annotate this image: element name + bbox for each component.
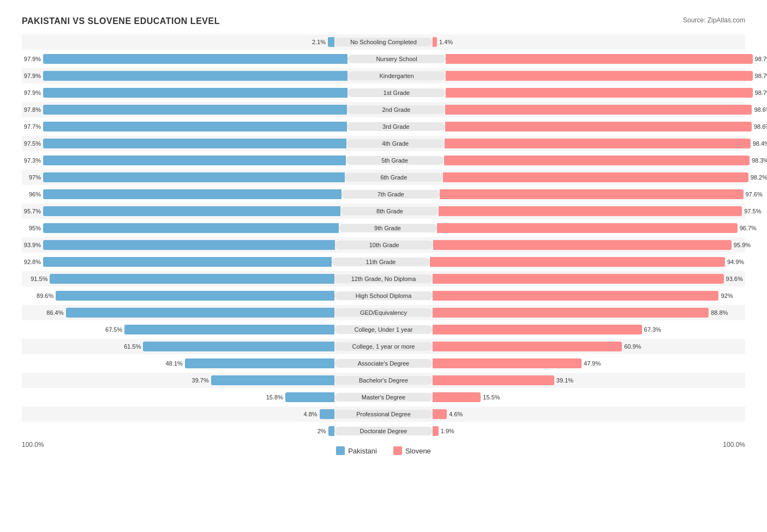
bar-label-left: 15.8% — [264, 394, 283, 401]
bar-label-left: 39.7% — [190, 377, 209, 384]
legend: Pakistani Slovene — [336, 446, 431, 455]
bar-pink — [433, 375, 554, 385]
bar-label-left: 61.5% — [122, 343, 141, 350]
center-label: College, 1 year or more — [334, 342, 433, 351]
bar-label-left: 97.7% — [22, 123, 41, 130]
bar-layout: 97.3% 5th Grade 98.3% — [22, 153, 745, 168]
center-label: 3rd Grade — [347, 122, 445, 131]
bar-label-left: 95% — [22, 225, 41, 231]
bar-label-right: 47.9% — [584, 360, 603, 367]
bar-blue — [66, 308, 334, 318]
chart-title: PAKISTANI VS SLOVENE EDUCATION LEVEL — [22, 16, 220, 26]
right-side: 47.9% — [433, 356, 745, 370]
bar-row: 97.9% 1st Grade 98.7% — [22, 85, 745, 100]
bar-pink — [433, 409, 447, 419]
bar-layout: 15.8% Master's Degree 15.5% — [22, 390, 745, 404]
center-label: 5th Grade — [346, 156, 444, 165]
bar-label-left: 96% — [22, 191, 41, 198]
left-side: 97.9% — [22, 52, 347, 66]
left-side: 93.9% — [22, 238, 335, 252]
bar-layout: 97.9% Nursery School 98.7% — [22, 52, 745, 66]
right-side: 15.5% — [433, 390, 745, 404]
right-side: 60.9% — [433, 339, 745, 354]
left-side: 48.1% — [22, 356, 334, 370]
bar-blue — [124, 325, 334, 334]
left-side: 95.7% — [22, 204, 340, 218]
bar-label-right: 98.6% — [754, 106, 767, 113]
bar-label-right: 1.4% — [439, 39, 458, 45]
bar-row: 95.7% 8th Grade 97.5% — [22, 204, 745, 219]
bar-layout: 86.4% GED/Equivalency 88.8% — [22, 306, 745, 320]
bar-row: 2.1% No Schooling Completed 1.4% — [22, 34, 745, 50]
bar-pink — [430, 257, 725, 267]
center-label: Doctorate Degree — [334, 427, 433, 435]
center-label: 1st Grade — [347, 88, 446, 97]
legend-box-blue — [336, 446, 345, 455]
bar-layout: 2.1% No Schooling Completed 1.4% — [22, 35, 745, 49]
bar-label-left: 2.1% — [307, 39, 326, 45]
bar-label-right: 94.9% — [727, 259, 746, 265]
bar-label-left: 97.3% — [22, 157, 41, 164]
left-side: 95% — [22, 221, 339, 235]
center-label: Bachelor's Degree — [334, 376, 433, 385]
bar-label-right: 4.6% — [449, 411, 468, 417]
bar-row: 97.8% 2nd Grade 98.6% — [22, 102, 745, 117]
bar-pink — [433, 240, 732, 250]
bar-label-right: 1.9% — [441, 428, 460, 434]
center-label: No Schooling Completed — [334, 38, 433, 46]
bar-row: 61.5% College, 1 year or more 60.9% — [22, 339, 745, 354]
bar-row: 93.9% 10th Grade 95.9% — [22, 237, 745, 253]
center-label: High School Diploma — [334, 291, 433, 300]
bar-row: 48.1% Associate's Degree 47.9% — [22, 356, 745, 371]
left-side: 97.8% — [22, 103, 347, 117]
bar-row: 2% Doctorate Degree 1.9% — [22, 423, 745, 439]
bar-blue — [43, 88, 347, 98]
center-label: 7th Grade — [341, 190, 440, 199]
bar-label-right: 95.9% — [734, 242, 753, 248]
bar-pink — [433, 426, 439, 436]
bar-blue — [43, 54, 347, 64]
bar-pink — [433, 392, 481, 402]
bar-label-right: 67.3% — [644, 326, 663, 333]
right-side: 98.7% — [446, 86, 767, 100]
left-side: 97.9% — [22, 69, 347, 83]
bar-blue — [43, 139, 346, 148]
right-side: 98.2% — [443, 170, 767, 184]
bar-layout: 97.5% 4th Grade 98.4% — [22, 136, 745, 151]
bar-layout: 95% 9th Grade 96.7% — [22, 221, 745, 235]
bar-label-right: 60.9% — [624, 343, 643, 350]
right-side: 98.6% — [445, 103, 767, 117]
bar-blue — [143, 342, 334, 351]
right-side: 97.6% — [440, 187, 764, 201]
bar-row: 97.3% 5th Grade 98.3% — [22, 153, 745, 168]
center-label: Professional Degree — [334, 410, 433, 419]
bar-layout: 92.8% 11th Grade 94.9% — [22, 255, 745, 269]
bar-blue — [43, 240, 335, 250]
bar-pink — [433, 37, 437, 47]
bar-layout: 89.6% High School Diploma 92% — [22, 289, 745, 303]
left-side: 97% — [22, 170, 345, 184]
bar-layout: 97% 6th Grade 98.2% — [22, 170, 745, 184]
bar-label-left: 97.9% — [22, 89, 41, 96]
bar-blue — [320, 409, 334, 419]
bar-blue — [43, 172, 345, 182]
bar-row: 67.5% College, Under 1 year 67.3% — [22, 322, 745, 337]
bar-pink — [446, 54, 753, 64]
bar-label-left: 97% — [22, 174, 41, 181]
right-side: 1.9% — [433, 424, 745, 438]
chart-source: Source: ZipAtlas.com — [683, 16, 745, 24]
bar-label-right: 98.3% — [752, 157, 767, 164]
bar-layout: 97.9% Kindergarten 98.7% — [22, 69, 745, 83]
right-side: 98.3% — [444, 153, 767, 168]
footer-labels: 100.0% Pakistani Slovene 100.0% — [22, 441, 745, 455]
bar-label-right: 97.6% — [746, 191, 765, 198]
center-label: Associate's Degree — [334, 359, 433, 368]
legend-box-pink — [393, 446, 402, 455]
chart-header: PAKISTANI VS SLOVENE EDUCATION LEVEL Sou… — [22, 16, 745, 26]
bar-blue — [43, 206, 340, 216]
center-label: Kindergarten — [347, 71, 446, 80]
bar-blue — [43, 71, 347, 81]
bar-row: 96% 7th Grade 97.6% — [22, 187, 745, 202]
left-side: 61.5% — [22, 339, 334, 354]
bar-pink — [433, 342, 622, 351]
